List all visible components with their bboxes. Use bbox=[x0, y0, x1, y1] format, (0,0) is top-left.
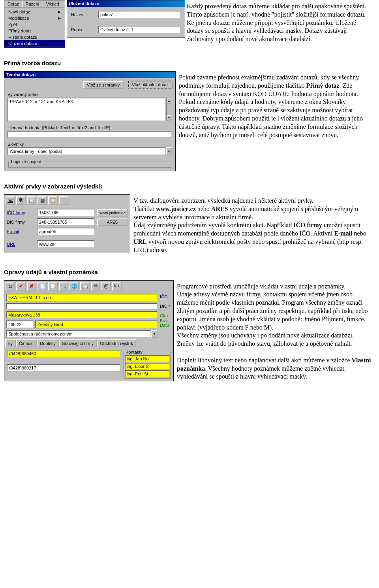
chevron-down-icon[interactable]: ▼ bbox=[151, 330, 158, 338]
check-icon[interactable]: ✔ bbox=[16, 282, 26, 290]
sub-modifikace[interactable]: Modifikace▶ bbox=[4, 15, 65, 21]
sub-novy-dotaz[interactable]: Nový dotaz▶ bbox=[4, 9, 65, 15]
menu-razeni[interactable]: Řazení bbox=[23, 0, 43, 8]
dialog-title: Uložení dotazu bbox=[67, 0, 185, 7]
tools-icon[interactable]: 🛠 bbox=[16, 196, 26, 205]
input-popis[interactable]: Cvičný dotaz č. 1 bbox=[98, 26, 181, 34]
input-tel2[interactable]: (0428)389217 bbox=[7, 364, 120, 372]
chevron-down-icon[interactable]: ▼ bbox=[166, 147, 172, 155]
combo-slovniky[interactable]: Adresa firmy - obec (pošta) bbox=[8, 147, 166, 155]
s4-heading: Opravy údajů a vlastní poznámka bbox=[4, 269, 375, 275]
s4-text: Programové prostředí umožňuje vkládat vl… bbox=[177, 280, 375, 384]
label-logicke: Logické spojení bbox=[10, 159, 42, 164]
sub-ulozeni[interactable]: Uložení dotazu bbox=[4, 40, 65, 47]
s3-text: V tzv. dialogovém zobrazení výsledků naj… bbox=[133, 194, 375, 257]
btn-ares[interactable]: ARES bbox=[97, 219, 128, 226]
val-dic[interactable]: 248-15051765 bbox=[37, 218, 95, 226]
osoba2[interactable]: ing. Libor Š bbox=[125, 363, 170, 370]
side-okre: Okre bbox=[160, 313, 169, 318]
opravy-panel: ◘ ✔ ✘ 📄 📑 🔍 🌐 📇 ✉ @ fax EXATHERM - LT, s… bbox=[4, 280, 174, 381]
menu-dotaz[interactable]: Dotaz bbox=[4, 0, 23, 8]
val-url[interactable]: www.2a bbox=[37, 240, 95, 248]
sub-zpet[interactable]: Zpět bbox=[4, 21, 65, 28]
input-ulice[interactable]: Masarykova 138 bbox=[6, 311, 158, 319]
side-ico[interactable]: IČO bbox=[160, 294, 168, 299]
val-email[interactable]: agroateli bbox=[37, 228, 95, 236]
context-menu-panel: Dotaz Řazení Výsled Nový dotaz▶ Modifika… bbox=[4, 0, 65, 48]
link-url[interactable]: URL bbox=[7, 242, 34, 247]
combo-forma[interactable]: Společnost s ručením omezeným bbox=[6, 330, 151, 338]
tab-doplnky[interactable]: Doplňky bbox=[37, 339, 59, 347]
side-datu: Datu bbox=[160, 323, 169, 328]
input-psc[interactable]: 468 22 bbox=[6, 320, 34, 328]
val-ico[interactable]: 15051765 bbox=[37, 209, 95, 217]
fax-icon[interactable]: fax bbox=[6, 196, 15, 205]
stop-icon[interactable]: ◘ bbox=[6, 282, 15, 290]
label-slovniky: Slovníky bbox=[8, 142, 172, 147]
link-ico-firmy[interactable]: IČO firmy bbox=[7, 210, 34, 215]
doc-icon[interactable]: 📄 bbox=[38, 282, 47, 290]
tvorba-dialog: Tvorba dotazu Vlož ze schránky Vlož aktu… bbox=[4, 71, 176, 171]
s2-heading: Přímá tvorba dotazu bbox=[4, 60, 375, 66]
side-dic: DIČ f bbox=[160, 304, 170, 309]
input-tel1[interactable]: (0428)389460 bbox=[7, 350, 120, 358]
textarea-dotaz[interactable]: PRAVF:112 or 121 and KRAJ:53 bbox=[8, 98, 166, 121]
btn-vloz-aktualni[interactable]: Vlož aktuální dotaz bbox=[128, 81, 172, 89]
btn-vloz-schranky[interactable]: Vlož ze schránky bbox=[83, 81, 124, 89]
card2-icon[interactable]: 📇 bbox=[80, 282, 90, 290]
copy-icon[interactable]: 📋 bbox=[48, 196, 58, 205]
side-kraj: Kraj bbox=[160, 318, 168, 323]
label-popis: Popis bbox=[71, 27, 95, 32]
at-icon[interactable]: @ bbox=[101, 282, 111, 290]
save-dialog: Uložení dotazu Název pokus1 Popis Cvičný… bbox=[67, 0, 185, 38]
input-firma[interactable]: EXATHERM - LT, s.r.o. bbox=[6, 294, 158, 302]
aktivni-panel: fax 🛠 📇 ▦ 📋 ? IČO firmy 15051765 www.jus… bbox=[4, 194, 130, 253]
input-mesto[interactable]: Železný Brod bbox=[35, 320, 158, 328]
label-dic: DIČ firmy bbox=[7, 220, 34, 224]
input-hledana[interactable] bbox=[8, 131, 172, 138]
tab-ky[interactable]: ky bbox=[5, 339, 16, 347]
fax2-icon[interactable]: fax bbox=[112, 282, 122, 290]
s3-heading: Aktivní prvky v zobrazení výsledků bbox=[4, 183, 375, 190]
cancel-icon[interactable]: ✘ bbox=[27, 282, 36, 290]
tvorba-title: Tvorba dotazu bbox=[4, 72, 175, 78]
input-nazev[interactable]: pokus1 bbox=[98, 11, 181, 19]
s2-text: Pokud dáváme přednost exaktnějšímu zadáv… bbox=[179, 71, 375, 141]
kontakty-title: Kontakty bbox=[125, 350, 143, 354]
tab-obchodni[interactable]: Obchodní rejstřík bbox=[97, 339, 136, 347]
input-blank1[interactable] bbox=[6, 303, 158, 309]
osoba1[interactable]: ing. Jan No bbox=[125, 355, 170, 362]
btn-justice[interactable]: www.justice.cz bbox=[97, 209, 128, 217]
menu-vysled[interactable]: Výsled bbox=[43, 0, 62, 8]
card-icon[interactable]: 📇 bbox=[27, 196, 36, 205]
s1-text: Každý provedený dotaz můžeme ukládat pro… bbox=[187, 0, 375, 46]
osoba3[interactable]: ing. Petr St bbox=[125, 370, 170, 377]
help-icon[interactable]: ? bbox=[59, 196, 68, 205]
search-icon[interactable]: 🔍 bbox=[59, 282, 68, 290]
label-hledana: Hledaná hodnota (Příklad : Text1 or Text… bbox=[8, 125, 172, 130]
label-nazev: Název bbox=[71, 12, 95, 17]
link-email[interactable]: E-mail bbox=[7, 229, 34, 234]
tab-souvisejici[interactable]: Související firmy bbox=[59, 339, 97, 347]
grid-icon[interactable]: ▦ bbox=[38, 196, 47, 205]
docs-icon[interactable]: 📑 bbox=[48, 282, 58, 290]
label-vytvareny: Vytvářený dotaz bbox=[8, 92, 172, 97]
globe-icon[interactable]: 🌐 bbox=[69, 282, 79, 290]
sub-historie[interactable]: Historie dotazu bbox=[4, 34, 65, 40]
message-icon[interactable]: ✉ bbox=[91, 282, 100, 290]
sub-primy-dotaz[interactable]: Přímý dotaz bbox=[4, 28, 65, 34]
tab-cinnost[interactable]: Činnost bbox=[16, 339, 37, 347]
